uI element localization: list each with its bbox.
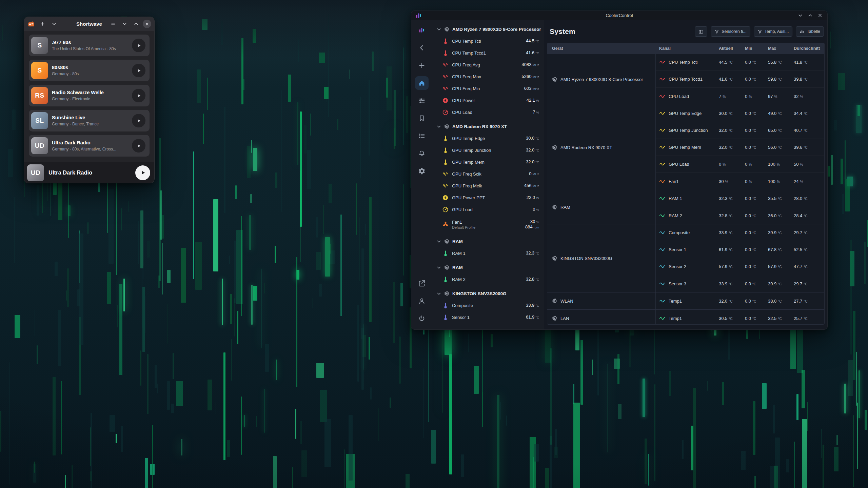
chevron-down-icon[interactable] bbox=[436, 239, 441, 244]
table-header-cell[interactable]: Aktuell bbox=[715, 46, 742, 51]
sensor-value: 30.0°C bbox=[526, 136, 540, 141]
sensor-value-line: 32.0°C bbox=[526, 159, 539, 165]
headerbar-close-button[interactable] bbox=[143, 20, 151, 28]
sensor-value-line: 22.0W bbox=[527, 195, 539, 200]
tree-sensor-row[interactable]: CPU Power42.1W bbox=[436, 95, 540, 106]
rail-account-button[interactable] bbox=[415, 294, 429, 308]
rail-back-button[interactable] bbox=[415, 41, 429, 55]
menu-icon bbox=[111, 21, 116, 26]
sensor-label: Fan1 bbox=[452, 220, 475, 225]
tree-sensor-row[interactable]: RAM 232.8°C bbox=[436, 273, 540, 285]
station-card[interactable]: SLSunshine LiveGermany · Dance, Trance bbox=[29, 110, 150, 131]
max-cell: 38.0°C bbox=[765, 299, 790, 304]
kanal-cell: Sensor 2 bbox=[656, 264, 715, 269]
chevron-down-icon[interactable] bbox=[436, 124, 441, 129]
headerbar-menu-button[interactable] bbox=[108, 19, 118, 29]
station-play-button[interactable] bbox=[132, 139, 145, 152]
tree-device-header[interactable]: KINGSTON SNV3S2000G bbox=[436, 287, 540, 300]
channel-rows: Composite33.9°C0.0°C39.9°C29.7°CSensor 1… bbox=[656, 224, 824, 292]
chevron-down-icon[interactable] bbox=[436, 27, 441, 32]
tree-sensor-row[interactable]: CPU Load7% bbox=[436, 106, 540, 118]
sensor-value-line: 61.9°C bbox=[526, 314, 539, 320]
table-header: GerätKanalAktuellMinMaxDurchschnitt bbox=[547, 43, 824, 54]
tree-sensor-row[interactable]: GPU Freq Sclk0MHz bbox=[436, 168, 540, 180]
type-filter-button[interactable]: Temp, Ausl... bbox=[754, 26, 793, 37]
station-card[interactable]: UDUltra Dark RadioGermany · 80s, Alterna… bbox=[29, 135, 150, 157]
headerbar-expand-button[interactable] bbox=[49, 19, 59, 29]
rail-settings-button[interactable] bbox=[415, 164, 429, 178]
window-minimize-button[interactable] bbox=[797, 12, 804, 19]
station-card[interactable]: RSRadio Schwarze WelleGermany · Electron… bbox=[29, 85, 150, 106]
rail-modes-button[interactable] bbox=[415, 129, 429, 143]
tree-device-header[interactable]: RAM bbox=[436, 235, 540, 247]
sensor-line-icon bbox=[659, 95, 666, 98]
sensor-filter-button[interactable]: Sensoren fi... bbox=[711, 26, 750, 37]
shortwave-headerbar[interactable]: Shortwave bbox=[24, 17, 154, 31]
tree-sensor-row[interactable]: CPU Temp Tccd141.6°C bbox=[436, 47, 540, 59]
station-play-button[interactable] bbox=[132, 64, 145, 77]
tree-sensor-row[interactable]: CPU Freq Avg4083MHz bbox=[436, 59, 540, 71]
sensor-therm-icon bbox=[442, 276, 449, 283]
coolercontrol-titlebar[interactable]: CoolerControl bbox=[411, 11, 827, 20]
tree-sensor-row[interactable]: GPU Load0% bbox=[436, 204, 540, 216]
table-header-cell[interactable]: Durchschnitt bbox=[790, 46, 824, 51]
coolercontrol-rail-logo bbox=[415, 23, 429, 37]
rail-quit-button[interactable] bbox=[415, 312, 429, 325]
channel-row: GPU Temp Mem32.0°C0.0°C56.0°C39.6°C bbox=[656, 139, 824, 156]
sensor-label: Sensor 1 bbox=[452, 315, 470, 320]
headerbar-scroll-down-button[interactable] bbox=[120, 19, 130, 29]
window-close-button[interactable] bbox=[816, 12, 823, 19]
rail-external-button[interactable] bbox=[415, 277, 429, 290]
table-header-cell[interactable]: Kanal bbox=[656, 46, 715, 51]
sensor-therm-icon bbox=[442, 38, 449, 44]
headerbar-scroll-up-button[interactable] bbox=[131, 19, 141, 29]
tree-sensor-row[interactable]: GPU Temp Mem32.0°C bbox=[436, 156, 540, 168]
tree-sensor-row[interactable]: GPU Freq Mclk456MHz bbox=[436, 180, 540, 192]
table-body: AMD Ryzen 7 9800X3D 8-Core ProcessorCPU … bbox=[547, 54, 824, 324]
tree-sensor-row[interactable]: GPU Temp Junction32.0°C bbox=[436, 144, 540, 156]
max-cell: 57.9°C bbox=[765, 264, 790, 269]
tree-sensor-row[interactable]: GPU Temp Edge30.0°C bbox=[436, 133, 540, 144]
tree-device-group: RAMRAM 132.3°C bbox=[436, 235, 540, 259]
station-subtitle: Germany · Electronic bbox=[52, 97, 128, 101]
channel-row: RAM 132.3°C0.0°C35.5°C28.0°C bbox=[656, 190, 824, 207]
kanal-label: Fan1 bbox=[669, 179, 679, 184]
tree-sensor-row[interactable]: Sensor 161.9°C bbox=[436, 311, 540, 323]
rail-controls-button[interactable] bbox=[415, 94, 429, 107]
toolbar-buttons: Sensoren fi... Temp, Ausl... Tabelle bbox=[695, 26, 824, 37]
headerbar-add-station-button[interactable] bbox=[38, 19, 47, 29]
rail-alerts-button[interactable] bbox=[415, 147, 429, 160]
table-view-button[interactable]: Tabelle bbox=[796, 26, 824, 37]
player-play-button[interactable] bbox=[135, 165, 150, 180]
chevron-down-icon[interactable] bbox=[436, 291, 441, 296]
tree-sensor-row[interactable]: RAM 132.3°C bbox=[436, 247, 540, 259]
tree-sensor-row[interactable]: CPU Temp Tctl44.5°C bbox=[436, 35, 540, 47]
station-card[interactable]: S.977 80sThe United States Of America · … bbox=[29, 35, 150, 56]
tree-device-header[interactable]: RAM bbox=[436, 261, 540, 273]
tree-device-header[interactable]: AMD Ryzen 7 9800X3D 8-Core Processor bbox=[436, 23, 540, 35]
rail-add-button[interactable] bbox=[415, 59, 429, 72]
table-header-cell[interactable]: Min bbox=[742, 46, 765, 51]
station-play-button[interactable] bbox=[132, 89, 145, 102]
tree-sensor-row[interactable]: CPU Freq Max5260MHz bbox=[436, 71, 540, 83]
tree-sensor-row[interactable]: Fan1Default Profile30%884rpm bbox=[436, 216, 540, 233]
sensor-value: 603MHz bbox=[524, 86, 540, 91]
table-header-cell[interactable]: Max bbox=[765, 46, 790, 51]
chart-panel-toggle-button[interactable] bbox=[695, 26, 707, 37]
kanal-label: CPU Load bbox=[669, 94, 689, 99]
tree-device-header[interactable]: AMD Radeon RX 9070 XT bbox=[436, 120, 540, 133]
rail-profiles-button[interactable] bbox=[415, 111, 429, 125]
table-header-cell[interactable]: Gerät bbox=[547, 46, 656, 51]
sensor-label-block: GPU Temp Junction bbox=[452, 148, 491, 153]
rail-system-overview-button[interactable] bbox=[415, 76, 429, 90]
tree-sensor-row[interactable]: GPU Power PPT22.0W bbox=[436, 192, 540, 204]
max-cell: 55.8°C bbox=[765, 60, 790, 65]
max-cell: 65.0°C bbox=[765, 128, 790, 133]
window-maximize-button[interactable] bbox=[807, 12, 813, 19]
station-play-button[interactable] bbox=[132, 114, 145, 127]
station-card[interactable]: S80s80sGermany · 80s bbox=[29, 60, 150, 81]
station-play-button[interactable] bbox=[132, 39, 145, 52]
chevron-down-icon[interactable] bbox=[436, 265, 441, 270]
tree-sensor-row[interactable]: Composite33.9°C bbox=[436, 300, 540, 311]
tree-sensor-row[interactable]: CPU Freq Min603MHz bbox=[436, 83, 540, 95]
